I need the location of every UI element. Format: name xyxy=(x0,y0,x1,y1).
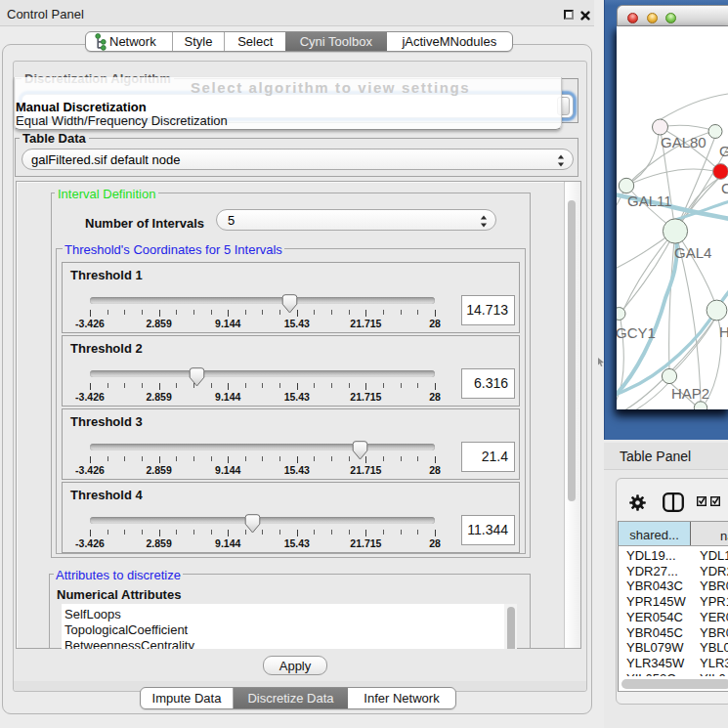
svg-text:GA: GA xyxy=(719,143,728,159)
svg-text:HAP2: HAP2 xyxy=(671,385,709,402)
svg-text:GAL80: GAL80 xyxy=(661,134,707,150)
svg-text:H: H xyxy=(719,323,728,340)
svg-text:GAL4: GAL4 xyxy=(674,244,711,261)
svg-text:GAL11: GAL11 xyxy=(627,193,672,209)
svg-text:GCY1: GCY1 xyxy=(617,324,656,341)
svg-text:C: C xyxy=(721,180,728,196)
